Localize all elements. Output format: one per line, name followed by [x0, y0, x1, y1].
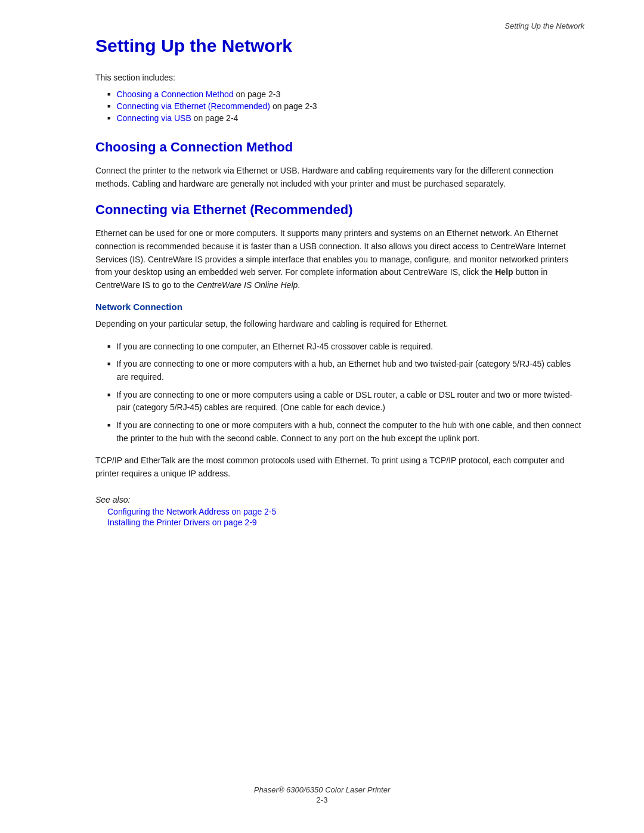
intro-text: This section includes: — [95, 73, 584, 82]
header-right-text: Setting Up the Network — [504, 21, 584, 30]
toc-suffix-3: on page 2-4 — [191, 113, 239, 123]
network-bullet-1: If you are connecting to one computer, a… — [107, 340, 584, 354]
page-title: Setting Up the Network — [95, 36, 584, 56]
page-container: Setting Up the Network Setting Up the Ne… — [0, 0, 644, 833]
subsection-network-connection: Network Connection Depending on your par… — [95, 302, 584, 481]
toc-item-2: Connecting via Ethernet (Recommended) on… — [107, 101, 584, 111]
section-choosing: Choosing a Connection Method Connect the… — [95, 140, 584, 190]
footer-product: Phaser® 6300/6350 Color Laser Printer — [0, 785, 644, 794]
toc-list: Choosing a Connection Method on page 2-3… — [107, 89, 584, 123]
subsection-title-network: Network Connection — [95, 302, 584, 312]
section-title-ethernet: Connecting via Ethernet (Recommended) — [95, 202, 584, 218]
toc-suffix-1: on page 2-3 — [234, 89, 281, 99]
network-bullet-4-text: If you are connecting to one or more com… — [116, 419, 584, 445]
footer-page-number: 2-3 — [0, 795, 644, 804]
network-bullet-2-text: If you are connecting to one or more com… — [116, 358, 584, 383]
network-bullet-1-text: If you are connecting to one computer, a… — [116, 340, 433, 354]
see-also-label: See also: — [95, 495, 584, 504]
network-bullet-3-text: If you are connecting to one or more com… — [116, 389, 584, 414]
see-also-link-1[interactable]: Configuring the Network Address on page … — [107, 507, 584, 516]
toc-item-3: Connecting via USB on page 2-4 — [107, 113, 584, 123]
toc-link-usb[interactable]: Connecting via USB — [116, 113, 191, 123]
section-body-choosing: Connect the printer to the network via E… — [95, 165, 584, 190]
toc-suffix-2: on page 2-3 — [270, 101, 317, 111]
network-bullet-3: If you are connecting to one or more com… — [107, 389, 584, 414]
network-bullet-list: If you are connecting to one computer, a… — [107, 340, 584, 445]
toc-link-ethernet[interactable]: Connecting via Ethernet (Recommended) — [116, 101, 270, 111]
toc-item-1: Choosing a Connection Method on page 2-3 — [107, 89, 584, 99]
section-ethernet: Connecting via Ethernet (Recommended) Et… — [95, 202, 584, 480]
closing-text: TCP/IP and EtherTalk are the most common… — [95, 454, 584, 480]
see-also-section: See also: Configuring the Network Addres… — [95, 495, 584, 527]
network-bullet-2: If you are connecting to one or more com… — [107, 358, 584, 383]
subsection-intro: Depending on your particular setup, the … — [95, 318, 584, 331]
see-also-suffix-1: on page 2-5 — [230, 507, 277, 516]
footer: Phaser® 6300/6350 Color Laser Printer 2-… — [0, 785, 644, 804]
network-bullet-4: If you are connecting to one or more com… — [107, 419, 584, 445]
section-title-choosing: Choosing a Connection Method — [95, 140, 584, 155]
section-body-ethernet: Ethernet can be used for one or more com… — [95, 227, 584, 292]
toc-link-choosing[interactable]: Choosing a Connection Method — [116, 89, 233, 99]
see-also-link-2[interactable]: Installing the Printer Drivers on page 2… — [107, 518, 584, 527]
see-also-suffix-2: on page 2-9 — [210, 518, 257, 527]
header-right: Setting Up the Network — [504, 21, 584, 30]
